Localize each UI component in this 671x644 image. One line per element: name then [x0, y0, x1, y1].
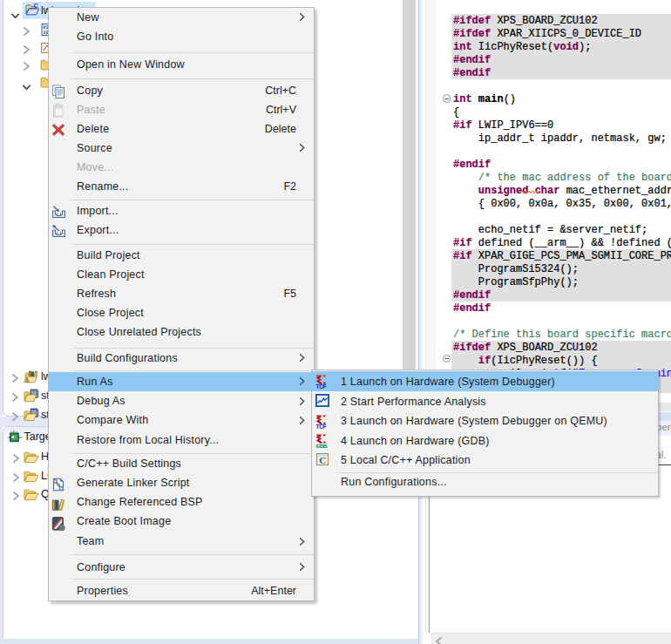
svg-text:C: C: [34, 3, 39, 10]
svg-text:C: C: [319, 455, 326, 465]
svg-text:TCF: TCF: [315, 383, 326, 390]
svg-text:GDB: GDB: [315, 443, 328, 449]
svg-text:TCF: TCF: [315, 424, 326, 430]
